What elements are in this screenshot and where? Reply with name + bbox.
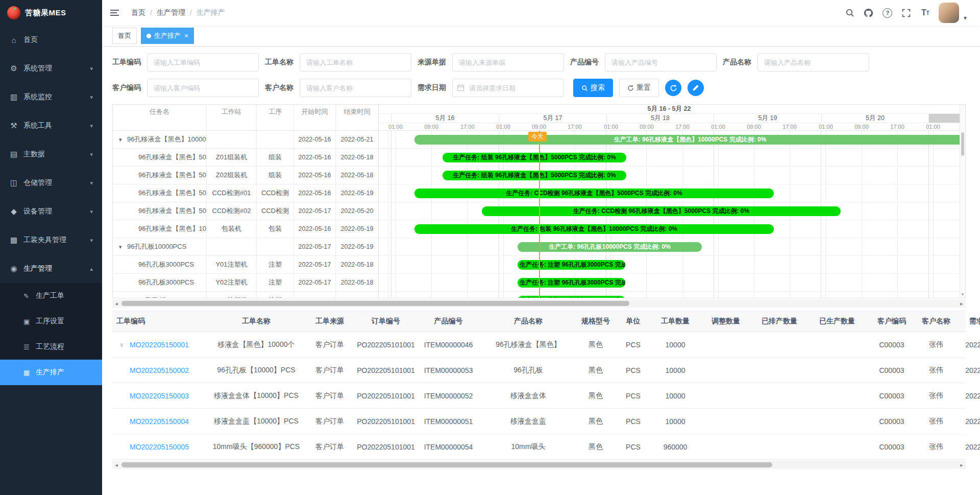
work-order-link[interactable]: MO202205150005: [130, 443, 189, 451]
search-icon[interactable]: [844, 7, 855, 18]
scroll-right-icon[interactable]: ▸: [958, 461, 966, 469]
gantt-bar[interactable]: 生产工单: 96孔移液盒【黑色】10000PCS 完成比例: 0%: [414, 135, 960, 145]
user-avatar[interactable]: [939, 3, 959, 23]
menu-item-label: 仓储管理: [23, 178, 52, 187]
scroll-right-icon[interactable]: ▸: [958, 299, 966, 308]
sidebar-menu-item[interactable]: ⌂ 首页: [0, 26, 102, 54]
order-qty-cell: 10000: [650, 409, 700, 434]
menu-item-label: 主数据: [23, 150, 45, 159]
gantt-bar[interactable]: 生产任务: CCD检测 96孔移液盒【黑色】5000PCS 完成比例: 0%: [482, 206, 841, 216]
tab-home[interactable]: 首页: [112, 28, 137, 44]
work-order-row[interactable]: MO202205150002 96孔孔板【10000】PCS 客户订单 PO20…: [112, 358, 966, 383]
sidebar-menu-item[interactable]: ◉ 生产管理 ▴: [0, 254, 102, 283]
sidebar-menu-item[interactable]: ▥ 系统监控 ▾: [0, 83, 102, 111]
gantt-bar[interactable]: 生产工单: 96孔孔板10000PCS 完成比例: 0%: [518, 242, 702, 252]
sidebar-menu-item[interactable]: ⚒ 系统工具 ▾: [0, 111, 102, 140]
fullscreen-icon[interactable]: [901, 7, 912, 18]
gantt-hour-tick: 09:00: [424, 124, 438, 130]
filter-input[interactable]: [300, 53, 411, 72]
gantt-day-cell: [928, 114, 960, 123]
scroll-down-icon[interactable]: ▾: [960, 292, 965, 297]
scrollbar-thumb[interactable]: [961, 132, 964, 156]
work-order-row[interactable]: MO202205150004 移液盒盒盖【10000】PCS 客户订单 PO20…: [112, 409, 966, 434]
gantt-task-row[interactable]: 96孔移液盒【黑色】10000PCS 包装机 包装 2022-05-16 202…: [113, 220, 378, 238]
sidebar-submenu-item[interactable]: ▣ 工序设置: [0, 309, 102, 334]
filter-field-demand-date: 需求日期: [418, 79, 564, 97]
sidebar-submenu-item[interactable]: ☰ 工艺流程: [0, 334, 102, 360]
reset-button[interactable]: 重置: [619, 79, 659, 97]
scrollbar-thumb[interactable]: [121, 301, 629, 306]
filter-input[interactable]: [757, 53, 869, 72]
close-tab-icon[interactable]: ×: [184, 32, 188, 39]
filter-input[interactable]: [147, 53, 259, 72]
gantt-bar[interactable]: 生产任务: 组装 96孔移液盒【黑色】5000PCS 完成比例: 0%: [443, 171, 626, 180]
gantt-task-row[interactable]: 96孔孔板3000PCS Y02注塑机 注塑 2022-05-17 2022-0…: [113, 274, 378, 292]
gantt-bar[interactable]: 生产任务: 包装 96孔移液盒【黑色】10000PCS 完成比例: 0%: [414, 224, 774, 234]
gantt-bar[interactable]: 生产任务: 组装 96孔移液盒【黑色】5000PCS 完成比例: 0%: [443, 153, 626, 162]
orders-column-header: 订单编号: [356, 311, 415, 332]
work-order-row[interactable]: MO202205150005 10mm吸头【960000】PCS 客户订单 PO…: [112, 434, 966, 460]
gantt-task-row[interactable]: 96孔移液盒【黑色】5000PCS Z01组装机 组装 2022-05-16 2…: [113, 149, 378, 167]
work-order-link[interactable]: MO202205150001: [130, 341, 189, 349]
work-order-link[interactable]: MO202205150003: [130, 392, 189, 400]
app-logo[interactable]: 苦糖果MES: [0, 0, 102, 26]
gantt-task-row[interactable]: 96孔移液盒【黑色】5000PCS CCD检测#02 CCD检测 2022-05…: [113, 202, 378, 220]
order-source-cell: 客户订单: [303, 434, 356, 459]
submenu-item-label: 工序设置: [36, 317, 64, 326]
sidebar-menu-item[interactable]: ▩ 工装夹具管理 ▾: [0, 226, 102, 254]
gantt-task-row[interactable]: ▾ 96孔孔板10000PCS 2022-05-17 2022-05-19: [113, 238, 378, 256]
demand-date-input[interactable]: [452, 79, 564, 97]
gantt-process-cell: [257, 238, 294, 255]
gantt-horizontal-scrollbar[interactable]: ◂ ▸: [112, 299, 966, 308]
sidebar-menu-item[interactable]: ▤ 主数据 ▾: [0, 140, 102, 169]
edit-button[interactable]: [688, 80, 704, 96]
gantt-bar[interactable]: 生产任务: 注塑 96孔孔板3000PCS 完成比例: 0%: [518, 260, 625, 270]
scroll-left-icon[interactable]: ◂: [112, 299, 120, 308]
scrollbar-thumb[interactable]: [121, 462, 772, 467]
gantt-task-row[interactable]: ▾ 96孔移液盒【黑色】10000PCS 2022-05-16 2022-05-…: [113, 131, 378, 149]
gantt-bar[interactable]: 生产任务: CCD检测 96孔移液盒【黑色】5000PCS 完成比例: 0%: [414, 188, 774, 198]
sidebar-submenu-item[interactable]: ✎ 生产工单: [0, 283, 102, 309]
gantt-task-row[interactable]: 96孔移液盒【黑色】5000PCS CCD检测#01 CCD检测 2022-05…: [113, 184, 378, 202]
gantt-task-row[interactable]: 96孔孔板3000PCS Y01注塑机 注塑 2022-05-17 2022-0…: [113, 256, 378, 274]
orders-horizontal-scrollbar[interactable]: ◂ ▸: [112, 461, 966, 469]
gantt-bar[interactable]: 生产任务: 注塑 96孔孔板3000PCS 完成比例: 0%: [518, 278, 625, 288]
spec-cell: 黑色: [575, 332, 616, 357]
breadcrumb-home[interactable]: 首页: [131, 8, 145, 17]
font-size-icon[interactable]: TT: [920, 7, 931, 18]
hamburger-icon[interactable]: [102, 10, 127, 16]
expand-row-icon[interactable]: ∨: [119, 341, 130, 348]
gantt-vertical-scrollbar[interactable]: ▾: [960, 105, 965, 298]
scroll-left-icon[interactable]: ◂: [112, 461, 120, 469]
gantt-bar[interactable]: 生产任务: 注塑 96孔孔板3000PCS 完成比例: 0%: [518, 296, 625, 298]
gantt-task-row[interactable]: 96孔孔板3000PCS Y03注塑机 注塑 2022-05-17 2022-0…: [113, 292, 378, 298]
gantt-task-name-cell: 96孔移液盒【黑色】5000PCS: [113, 149, 207, 166]
refresh-button[interactable]: [665, 80, 681, 96]
sidebar-menu-item[interactable]: ◫ 仓储管理 ▾: [0, 169, 102, 197]
sidebar-submenu-item[interactable]: ▦ 生产排产: [0, 360, 102, 385]
gantt-hour-tick: 09:00: [640, 124, 654, 130]
filter-input[interactable]: [300, 79, 411, 97]
sidebar-menu-item[interactable]: ⚙ 系统管理 ▾: [0, 54, 102, 83]
chevron-icon: ▾: [90, 180, 93, 186]
work-order-row[interactable]: ∨ MO202205150001 移液盒【黑色】10000个 客户订单 PO20…: [112, 332, 966, 358]
order-no-cell: PO202205101001: [356, 358, 415, 383]
tab-production-scheduling[interactable]: 生产排产 ×: [141, 28, 194, 44]
work-order-link[interactable]: MO202205150002: [130, 366, 189, 374]
work-order-row[interactable]: MO202205150003 移液盒盒体【10000】PCS 客户订单 PO20…: [112, 383, 966, 409]
filter-input[interactable]: [147, 79, 259, 97]
gantt-end-cell: 2022-05-19: [336, 184, 378, 202]
github-icon[interactable]: [863, 7, 874, 18]
filter-input[interactable]: [452, 53, 564, 72]
collapse-arrow-icon[interactable]: ▾: [119, 244, 126, 250]
breadcrumb-production[interactable]: 生产管理: [157, 8, 185, 17]
gantt-task-row[interactable]: 96孔移液盒【黑色】5000PCS Z02组装机 组装 2022-05-16 2…: [113, 167, 378, 184]
collapse-arrow-icon[interactable]: ▾: [119, 136, 126, 143]
sidebar-menu-item[interactable]: ◆ 设备管理 ▾: [0, 197, 102, 226]
search-button[interactable]: 搜索: [573, 79, 613, 97]
user-menu-caret-icon[interactable]: ▾: [964, 14, 967, 21]
work-order-link[interactable]: MO202205150004: [130, 417, 189, 426]
help-icon[interactable]: ?: [882, 7, 893, 18]
filter-input[interactable]: [605, 53, 717, 72]
gantt-task-name: 96孔孔板3000PCS: [138, 278, 194, 287]
